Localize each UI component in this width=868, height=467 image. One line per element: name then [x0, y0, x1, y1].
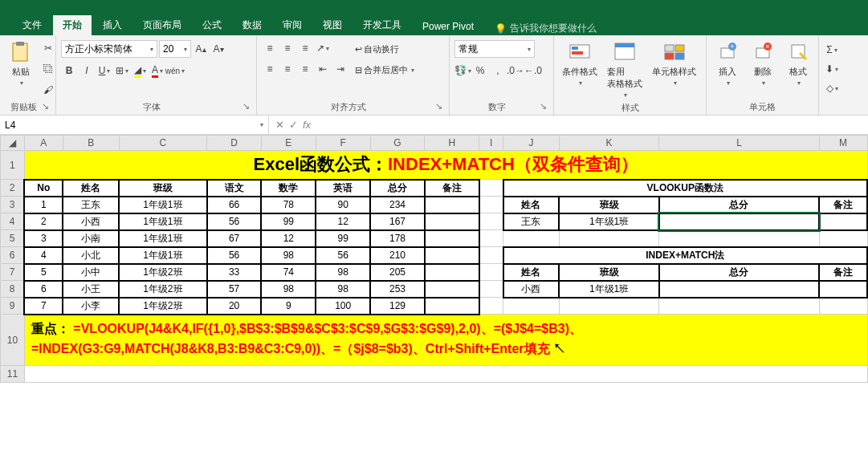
table-cell[interactable]: 12 [261, 230, 316, 247]
decrease-decimal-button[interactable]: ←.0 [525, 63, 541, 79]
dialog-launcher-icon[interactable]: ↘ [435, 101, 442, 112]
table-cell[interactable]: 56 [207, 247, 262, 264]
comma-button[interactable]: , [490, 63, 506, 79]
currency-button[interactable]: 💱▾ [454, 63, 471, 79]
table-header[interactable]: 备注 [425, 180, 479, 197]
table-cell[interactable]: 1年级1班 [119, 230, 207, 247]
table-cell[interactable]: 5 [24, 264, 63, 281]
row-header[interactable]: 4 [1, 213, 25, 230]
table-header[interactable]: No [24, 180, 63, 197]
tab-dev[interactable]: 开发工具 [353, 15, 411, 35]
table-cell[interactable]: 3 [24, 230, 63, 247]
row-header[interactable]: 2 [1, 180, 25, 197]
insert-cells-button[interactable]: +插入▾ [711, 37, 744, 88]
section-title[interactable]: VLOOKUP函数法 [503, 180, 867, 197]
table-cell[interactable] [425, 281, 479, 298]
table-cell[interactable]: 57 [207, 281, 262, 298]
tell-me[interactable]: 💡告诉我你想要做什么 [495, 22, 597, 35]
table-cell[interactable]: 1年级2班 [119, 281, 207, 298]
active-cell[interactable] [659, 213, 819, 230]
align-center-button[interactable]: ≡ [279, 61, 295, 77]
column-headers[interactable]: ◢ ABCD EFGH IJKLM [1, 136, 868, 151]
number-format-select[interactable]: 常规▾ [454, 40, 535, 58]
font-color-button[interactable]: A▾ [149, 63, 165, 79]
table-cell[interactable]: 210 [370, 247, 425, 264]
table-header[interactable]: 姓名 [503, 197, 560, 213]
table-header[interactable]: 姓名 [63, 180, 119, 197]
autosum-button[interactable]: Σ▾ [824, 42, 840, 58]
clear-button[interactable]: ◇▾ [824, 80, 840, 96]
row-header[interactable]: 7 [1, 264, 25, 281]
tab-insert[interactable]: 插入 [93, 15, 132, 35]
name-box[interactable]: L4▾ [0, 116, 269, 134]
table-cell[interactable] [425, 264, 479, 281]
wrap-text-button[interactable]: ↩自动换行 [352, 40, 418, 58]
table-cell[interactable]: 1年级2班 [119, 298, 207, 315]
table-header[interactable]: 备注 [819, 197, 867, 213]
table-cell[interactable]: 56 [207, 213, 262, 230]
format-cells-button[interactable]: 格式▾ [782, 37, 814, 88]
merge-button[interactable]: ⊟合并后居中▾ [352, 61, 418, 79]
table-cell[interactable]: 1 [24, 197, 63, 213]
decrease-font-button[interactable]: A▾ [210, 41, 226, 57]
align-bottom-button[interactable]: ≡ [297, 40, 313, 56]
table-cell[interactable]: 4 [24, 247, 63, 264]
table-cell[interactable]: 99 [261, 213, 316, 230]
table-cell[interactable] [425, 213, 479, 230]
table-cell[interactable]: 90 [316, 197, 370, 213]
table-cell[interactable]: 小中 [63, 264, 119, 281]
table-cell[interactable]: 74 [261, 264, 316, 281]
table-cell[interactable]: 小西 [503, 281, 560, 298]
fill-color-button[interactable]: ◢▾ [132, 63, 148, 79]
table-cell[interactable]: 小北 [63, 247, 119, 264]
tab-review[interactable]: 审阅 [273, 15, 312, 35]
table-cell[interactable]: 33 [207, 264, 262, 281]
tab-layout[interactable]: 页面布局 [133, 15, 191, 35]
paste-button[interactable]: 粘贴 ▾ [5, 37, 37, 88]
table-cell[interactable]: 66 [207, 197, 262, 213]
tab-powerpivot[interactable]: Power Pivot [413, 18, 483, 35]
tab-view[interactable]: 视图 [313, 15, 352, 35]
tab-file[interactable]: 文件 [13, 15, 51, 35]
row-header[interactable]: 5 [1, 230, 25, 247]
table-header[interactable]: 英语 [316, 180, 370, 197]
table-cell[interactable]: 20 [207, 298, 262, 315]
table-cell[interactable]: 小西 [63, 213, 119, 230]
table-cell[interactable]: 99 [316, 230, 370, 247]
table-cell[interactable] [425, 298, 479, 315]
table-cell[interactable]: 6 [24, 281, 63, 298]
table-cell[interactable] [819, 281, 867, 298]
row-header[interactable]: 8 [1, 281, 25, 298]
align-top-button[interactable]: ≡ [262, 40, 278, 56]
table-cell[interactable]: 178 [370, 230, 425, 247]
table-header[interactable]: 总分 [370, 180, 425, 197]
percent-button[interactable]: % [472, 63, 488, 79]
table-cell[interactable] [425, 247, 479, 264]
font-size-select[interactable]: 20▾ [159, 40, 191, 58]
row-header[interactable]: 10 [1, 315, 25, 366]
table-cell[interactable]: 王东 [63, 197, 119, 213]
enter-formula-button[interactable]: ✓ [289, 119, 298, 131]
table-cell[interactable]: 167 [370, 213, 425, 230]
table-header[interactable]: 总分 [659, 197, 819, 213]
align-middle-button[interactable]: ≡ [279, 40, 295, 56]
dialog-launcher-icon[interactable]: ↘ [242, 101, 250, 112]
select-all-corner[interactable]: ◢ [1, 136, 25, 151]
row-header[interactable]: 6 [1, 247, 25, 264]
table-cell[interactable]: 78 [261, 197, 316, 213]
increase-font-button[interactable]: A▴ [193, 41, 209, 57]
table-cell[interactable]: 1年级1班 [559, 281, 659, 298]
title-cell[interactable]: Excel函数公式：INDEX+MATCH（双条件查询） [24, 151, 867, 180]
table-cell[interactable]: 1年级1班 [559, 213, 659, 230]
cell-styles-button[interactable]: 单元格样式▾ [649, 37, 699, 88]
table-cell[interactable]: 98 [316, 264, 370, 281]
fx-button[interactable]: fx [303, 119, 311, 131]
align-left-button[interactable]: ≡ [262, 61, 278, 77]
table-cell[interactable]: 100 [316, 298, 370, 315]
table-cell[interactable]: 9 [261, 298, 316, 315]
table-cell[interactable]: 小李 [63, 298, 119, 315]
table-cell[interactable]: 1年级1班 [119, 213, 207, 230]
table-header[interactable]: 班级 [119, 180, 207, 197]
table-cell[interactable]: 王东 [503, 213, 560, 230]
conditional-format-button[interactable]: 条件格式▾ [559, 37, 601, 88]
